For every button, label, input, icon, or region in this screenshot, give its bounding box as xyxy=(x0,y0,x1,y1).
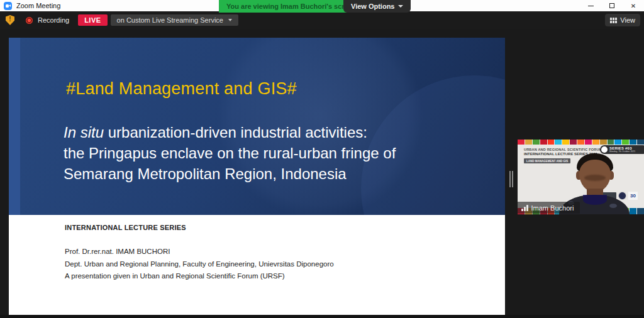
chevron-down-icon xyxy=(228,19,232,21)
video-panel-drag-handle[interactable] xyxy=(509,171,514,187)
slide-header-section: #Land Management and GIS# In situ urbani… xyxy=(9,38,505,215)
subtitle-line3: Semarang Metropolitan Region, Indonesia xyxy=(64,163,396,184)
series-badge-circle-icon xyxy=(601,146,608,153)
series-number-badge: SERIES #03 Monday, 7th October 2021 xyxy=(600,145,644,154)
minimize-icon xyxy=(588,6,594,6)
view-button-label: View xyxy=(620,16,635,24)
sdg-color-strip-top xyxy=(518,140,644,145)
view-layout-button[interactable]: View xyxy=(605,14,640,26)
participant-video-thumbnail[interactable]: URBAN AND REGIONAL SCIENTIFIC FORUM (URS… xyxy=(518,140,644,214)
zoom-app-icon xyxy=(4,2,12,10)
slide-title: #Land Management and GIS# xyxy=(66,79,297,99)
security-shield-icon[interactable] xyxy=(6,15,14,25)
person-shirt-collar xyxy=(583,195,607,205)
presenter-affiliation: Dept. Urban and Regional Planning, Facul… xyxy=(65,260,334,268)
maximize-icon xyxy=(609,3,614,8)
presenter-name: Prof. Dr.rer.nat. IMAM BUCHORI xyxy=(65,248,170,255)
presentation-note: A presentation given in Urban and Region… xyxy=(65,272,285,280)
recording-label: Recording xyxy=(38,16,69,24)
subtitle-italic-part: In situ xyxy=(64,124,104,141)
live-badge[interactable]: LIVE xyxy=(78,14,107,26)
view-options-dropdown[interactable]: View Options xyxy=(343,0,411,13)
presentation-slide: #Land Management and GIS# In situ urbani… xyxy=(9,38,505,315)
meeting-toolbar: Recording LIVE on Custom Live Streaming … xyxy=(0,11,644,29)
minimize-button[interactable] xyxy=(580,0,601,11)
slide-accent-stripe xyxy=(9,38,20,215)
participant-name: Imam Buchori xyxy=(531,204,574,212)
participant-name-tag: Imam Buchori xyxy=(518,202,580,214)
live-stream-service-dropdown[interactable]: on Custom Live Streaming Service xyxy=(111,14,238,26)
window-title: Zoom Meeting xyxy=(16,2,60,9)
screen-viewing-text: You are viewing Imam Buchori's screen xyxy=(226,3,357,10)
person-face-shading xyxy=(584,175,606,181)
screen-viewing-banner: You are viewing Imam Buchori's screen xyxy=(219,0,364,13)
view-options-label: View Options xyxy=(351,3,394,10)
maximize-button[interactable] xyxy=(601,0,623,11)
slide-subtitle: In situ urbanization-driven industrial a… xyxy=(64,122,396,184)
lecture-series-heading: INTERNATIONAL LECTURE SERIES xyxy=(65,224,186,231)
close-button[interactable]: ✕ xyxy=(623,0,644,11)
series-date-text: Monday, 7th October 2021 xyxy=(609,150,635,153)
recording-dot-icon xyxy=(26,17,33,24)
subtitle-line2: the Pringapus enclave on the rural-urban… xyxy=(64,143,396,163)
live-stream-service-label: on Custom Live Streaming Service xyxy=(117,16,223,24)
chevron-down-icon xyxy=(398,5,403,8)
grid-view-icon xyxy=(610,18,617,23)
subtitle-line1-rest: urbanization-driven industrial activitie… xyxy=(104,124,367,141)
screen-bottom-edge xyxy=(0,315,644,318)
audio-level-icon xyxy=(521,205,528,211)
